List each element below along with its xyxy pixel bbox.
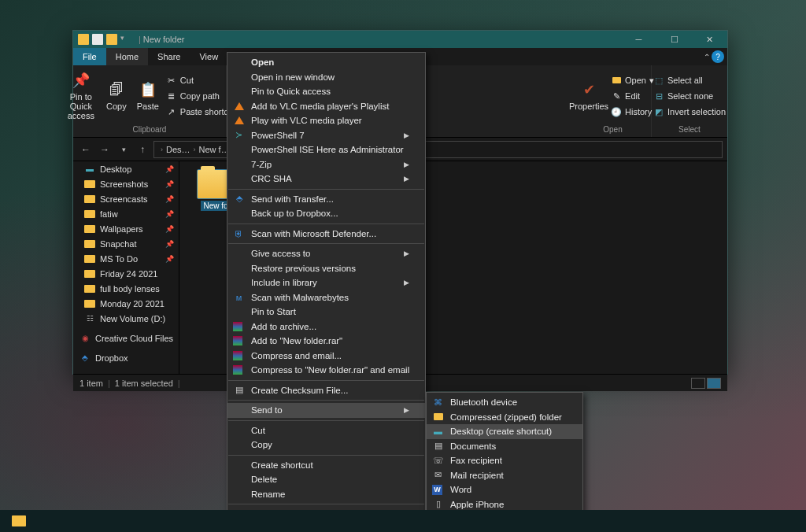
separator xyxy=(228,224,424,224)
sidebar-item-wallpapers[interactable]: Wallpapers📌 xyxy=(73,221,179,236)
menu-create-shortcut[interactable]: Create shortcut xyxy=(227,458,425,473)
sidebar-item-dropbox[interactable]: ⬘Dropbox xyxy=(73,350,179,365)
separator xyxy=(228,455,424,456)
sendto-compressed[interactable]: Compressed (zipped) folder xyxy=(427,410,582,425)
sendto-submenu: ⌘Bluetooth device Compressed (zipped) fo… xyxy=(426,392,583,530)
close-button[interactable]: ✕ xyxy=(692,31,727,48)
sendto-documents[interactable]: ▤Documents xyxy=(427,439,582,454)
menu-7zip[interactable]: 7-Zip▶ xyxy=(227,157,425,172)
separator xyxy=(228,420,424,421)
menu-vlc-play[interactable]: Play with VLC media player xyxy=(227,113,425,128)
history-button[interactable]: 🕘History xyxy=(611,105,654,119)
menu-powershell7[interactable]: ≻PowerShell 7▶ xyxy=(227,128,425,143)
menu-rename[interactable]: Rename xyxy=(227,487,425,502)
sidebar-item-screencasts[interactable]: Screencasts📌 xyxy=(73,191,179,206)
submenu-arrow-icon: ▶ xyxy=(404,175,409,183)
sidebar-item-lenses[interactable]: full body lenses xyxy=(73,281,179,296)
breadcrumb[interactable]: New f… xyxy=(199,145,228,154)
cut-button[interactable]: ✂Cut xyxy=(166,73,235,87)
menu-copy[interactable]: Copy xyxy=(227,438,425,453)
tab-share[interactable]: Share xyxy=(148,48,190,65)
menu-vlc-playlist[interactable]: Add to VLC media player's Playlist xyxy=(227,99,425,114)
copy-button[interactable]: 🗐 Copy xyxy=(103,68,130,124)
titlebar[interactable]: ▾ | New folder ─ ☐ ✕ xyxy=(73,31,727,48)
separator xyxy=(228,189,424,190)
document-icon[interactable] xyxy=(92,34,103,45)
menu-cut[interactable]: Cut xyxy=(227,423,425,438)
navigation-pane[interactable]: ▬Desktop📌 Screenshots📌 Screencasts📌 fati… xyxy=(73,161,179,374)
menu-powershell-ise[interactable]: PowerShell ISE Here as Administrator xyxy=(227,142,425,157)
menu-backup-dropbox[interactable]: Back up to Dropbox... xyxy=(227,206,425,221)
sidebar-item-friday[interactable]: Friday 24 2021 xyxy=(73,266,179,281)
menu-send-to[interactable]: Send to▶ xyxy=(227,403,425,418)
menu-compress-email[interactable]: Compress and email... xyxy=(227,349,425,364)
menu-compress-rar-email[interactable]: Compress to "New folder.rar" and email xyxy=(227,363,425,378)
rar-icon xyxy=(233,322,242,331)
sendto-mail[interactable]: ✉Mail recipient xyxy=(427,468,582,483)
menu-include-library[interactable]: Include in library▶ xyxy=(227,275,425,290)
sidebar-item-creative[interactable]: ◉Creative Cloud Files xyxy=(73,331,179,345)
sendto-fax[interactable]: ☏Fax recipient xyxy=(427,453,582,468)
sendto-desktop-shortcut[interactable]: ▬Desktop (create shortcut) xyxy=(427,424,582,439)
menu-send-transfer[interactable]: ⬘Send with Transfer... xyxy=(227,192,425,207)
creative-cloud-icon: ◉ xyxy=(79,334,91,343)
breadcrumb[interactable]: Des… xyxy=(166,145,190,154)
forward-button[interactable]: → xyxy=(97,142,113,157)
tab-file[interactable]: File xyxy=(73,48,106,65)
chevron-down-icon[interactable]: ▾ xyxy=(120,34,131,45)
sidebar-item-fatiw[interactable]: fatiw📌 xyxy=(73,206,179,221)
menu-open-new-window[interactable]: Open in new window xyxy=(227,70,425,85)
documents-icon: ▤ xyxy=(432,440,444,452)
sidebar-item-volume-d[interactable]: ☷New Volume (D:) xyxy=(73,311,179,326)
menu-crc-sha[interactable]: CRC SHA▶ xyxy=(227,172,425,187)
sidebar-item-monday[interactable]: Monday 20 2021 xyxy=(73,296,179,311)
taskbar[interactable] xyxy=(0,510,806,532)
open-button[interactable]: Open ▾ xyxy=(611,73,654,87)
sendto-word[interactable]: WWord xyxy=(427,482,582,497)
menu-pin-quick-access[interactable]: Pin to Quick access xyxy=(227,84,425,99)
menu-defender[interactable]: ⛨Scan with Microsoft Defender... xyxy=(227,227,425,242)
up-button[interactable]: ↑ xyxy=(135,142,150,157)
sidebar-item-desktop[interactable]: ▬Desktop📌 xyxy=(73,161,179,176)
menu-open[interactable]: Open xyxy=(227,55,425,70)
sidebar-item-mstodo[interactable]: MS To Do📌 xyxy=(73,251,179,266)
menu-restore-previous[interactable]: Restore previous versions xyxy=(227,261,425,276)
context-menu: Open Open in new window Pin to Quick acc… xyxy=(227,52,426,525)
menu-checksum[interactable]: ▤Create Checksum File... xyxy=(227,383,425,398)
tab-view[interactable]: View xyxy=(190,48,227,65)
drive-icon: ☷ xyxy=(84,314,95,323)
collapse-ribbon-icon[interactable]: ⌃ xyxy=(704,53,710,61)
invert-selection-button[interactable]: ◩Invert selection xyxy=(653,105,726,119)
address-bar[interactable]: › Des… › New f… xyxy=(153,141,228,158)
rar-icon xyxy=(233,351,242,360)
folder-name: New fo xyxy=(201,201,230,211)
sendto-bluetooth[interactable]: ⌘Bluetooth device xyxy=(427,395,582,410)
maximize-button[interactable]: ☐ xyxy=(656,31,692,48)
pin-to-quick-access-button[interactable]: 📌 Pin to Quick access xyxy=(64,68,98,124)
properties-button[interactable]: ✔ Properties xyxy=(571,68,606,124)
paste-shortcut-button[interactable]: ↗Paste shortcut xyxy=(166,105,235,119)
minimize-button[interactable]: ─ xyxy=(621,31,656,48)
back-button[interactable]: ← xyxy=(78,142,94,157)
help-icon[interactable]: ? xyxy=(712,50,724,63)
menu-delete[interactable]: Delete xyxy=(227,472,425,487)
copy-path-button[interactable]: ≣Copy path xyxy=(166,89,235,103)
menu-pin-start[interactable]: Pin to Start xyxy=(227,305,425,320)
recent-locations-button[interactable]: ▾ xyxy=(116,142,131,157)
menu-malwarebytes[interactable]: мScan with Malwarebytes xyxy=(227,290,425,305)
edit-button[interactable]: ✎Edit xyxy=(611,89,654,103)
paste-button[interactable]: 📋 Paste xyxy=(135,68,161,124)
sidebar-item-snapchat[interactable]: Snapchat📌 xyxy=(73,236,179,251)
select-none-button[interactable]: ⊟Select none xyxy=(653,89,726,103)
vlc-icon xyxy=(233,100,245,112)
select-all-button[interactable]: ⬚Select all xyxy=(653,73,726,87)
sidebar-item-screenshots[interactable]: Screenshots📌 xyxy=(73,176,179,191)
tab-home[interactable]: Home xyxy=(106,48,148,65)
icons-view-button[interactable] xyxy=(707,378,721,389)
menu-add-rar[interactable]: Add to "New folder.rar" xyxy=(227,334,425,349)
details-view-button[interactable] xyxy=(691,378,705,389)
folder-icon[interactable] xyxy=(106,34,117,45)
menu-add-archive[interactable]: Add to archive... xyxy=(227,320,425,334)
menu-give-access[interactable]: Give access to▶ xyxy=(227,246,425,261)
taskbar-explorer-icon[interactable] xyxy=(3,512,35,530)
